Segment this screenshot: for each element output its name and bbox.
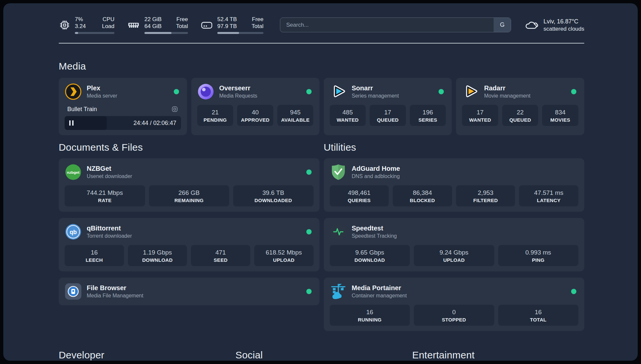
speedtest-icon <box>330 223 347 240</box>
app-subtitle: Torrent downloader <box>87 233 306 239</box>
app-name: File Browser <box>87 284 306 292</box>
disk-free-value: 52.4 TB <box>217 16 237 23</box>
section-title-developer: Developer <box>59 349 231 361</box>
app-subtitle: Usenet downloader <box>87 173 306 180</box>
card-nzbget[interactable]: nzbget NZBGet Usenet downloader 744.21 M… <box>59 158 320 212</box>
top-bar: 7% 3.24 CPU Load <box>59 16 584 34</box>
disk-icon <box>200 19 213 31</box>
status-dot <box>306 169 312 175</box>
stat-leech: 16 LEECH <box>65 245 124 266</box>
stat-seed: 471 SEED <box>191 245 250 266</box>
stat-rate: 744.21 Mbps RATE <box>65 185 145 206</box>
app-name: Overseerr <box>219 84 306 92</box>
playback-progress: 24:44 / 02:06:47 <box>65 116 181 130</box>
status-dot <box>306 229 312 234</box>
app-name: Plex <box>87 84 174 92</box>
app-subtitle: Movie management <box>484 93 571 99</box>
stat-queued: 17 QUEUED <box>370 105 406 126</box>
stat-latency: 47.571 ms LATENCY <box>519 185 578 206</box>
bookmarks-developer: Developer GH Github github.com SO StackO… <box>59 349 231 361</box>
disk-free-label: Free <box>252 16 263 23</box>
search-bar: G <box>280 17 511 32</box>
section-title-utilities: Utilities <box>324 142 585 153</box>
disk-total-value: 97.9 TB <box>217 23 237 30</box>
plex-icon <box>65 83 82 100</box>
memory-progress-bar <box>144 32 188 34</box>
portainer-icon <box>330 283 347 300</box>
cpu-load-label: Load <box>102 23 114 30</box>
section-documents: Documents & Files nzbget NZBGet U <box>59 142 320 305</box>
memory-free-value: 22 GiB <box>144 16 162 23</box>
cpu-widget: 7% 3.24 CPU Load <box>59 16 114 34</box>
memory-widget: 22 GiB 64 GiB Free Total <box>127 16 188 34</box>
weather-condition: scattered clouds <box>543 25 584 32</box>
now-playing-title: Bullet Train <box>67 106 97 113</box>
cpu-icon <box>59 19 71 31</box>
status-dot <box>439 89 444 94</box>
stat-blocked: 86,384 BLOCKED <box>393 185 452 206</box>
qbittorrent-icon: qb <box>65 223 82 240</box>
filebrowser-icon <box>65 283 82 300</box>
stat-stopped: 0 STOPPED <box>414 305 494 326</box>
section-title-documents: Documents & Files <box>59 142 320 153</box>
card-speedtest[interactable]: Speedtest Speedtest Tracking 9.65 Gbps D… <box>324 218 585 271</box>
cpu-label: CPU <box>102 16 114 23</box>
bookmarks-social: Social LI LinkedIn linkedin.com TW Twitt… <box>235 349 408 361</box>
stat-approved: 40 APPROVED <box>237 105 273 126</box>
stat-pending: 21 PENDING <box>197 105 233 126</box>
app-subtitle: DNS and adblocking <box>352 173 579 180</box>
section-title-entertainment: Entertainment <box>412 349 584 361</box>
gear-icon[interactable] <box>171 106 178 113</box>
card-qbittorrent[interactable]: qb qBittorrent Torrent downloader 16 LEE… <box>59 218 320 271</box>
app-name: Radarr <box>484 84 571 92</box>
status-dot <box>306 89 312 94</box>
status-dot <box>306 289 312 294</box>
stat-upload: 9.24 Gbps UPLOAD <box>414 245 494 266</box>
section-utilities: Utilities AdGuard Home <box>324 142 585 331</box>
app-name: Speedtest <box>352 224 579 232</box>
status-dot <box>571 289 576 294</box>
card-sonarr[interactable]: Sonarr Series management 485 WANTED 17 Q… <box>324 78 452 135</box>
weather-location-temp: Lviv, 16.87°C <box>543 18 584 25</box>
disk-widget: 52.4 TB 97.9 TB Free Total <box>200 16 263 34</box>
stat-remaining: 266 GB REMAINING <box>149 185 229 206</box>
card-filebrowser[interactable]: File Browser Media File Management <box>59 278 320 305</box>
search-provider-button[interactable]: G <box>494 18 511 32</box>
card-overseerr[interactable]: Overseerr Media Requests 21 PENDING 40 A… <box>191 78 320 135</box>
weather-widget: Lviv, 16.87°C scattered clouds <box>524 18 584 32</box>
card-radarr[interactable]: Radarr Movie management 17 WANTED 22 QUE… <box>456 78 584 135</box>
stat-total: 16 TOTAL <box>498 305 579 326</box>
app-name: Media Portainer <box>352 284 571 292</box>
card-plex[interactable]: Plex Media server Bullet Train <box>59 78 187 135</box>
cloud-icon <box>524 19 539 31</box>
svg-text:nzbget: nzbget <box>67 170 79 175</box>
app-subtitle: Series management <box>352 93 439 99</box>
playback-time: 24:44 / 02:06:47 <box>134 120 176 127</box>
card-adguard[interactable]: AdGuard Home DNS and adblocking 498,461 … <box>324 158 585 212</box>
topbar-divider <box>59 43 584 44</box>
bookmarks-entertainment: Entertainment YT YouTube youtube.com NF … <box>412 349 584 361</box>
svg-text:qb: qb <box>70 229 77 235</box>
memory-free-label: Free <box>176 16 188 23</box>
stat-wanted: 17 WANTED <box>462 105 498 126</box>
status-dot <box>174 89 179 94</box>
stat-downloaded: 39.6 TB DOWNLOADED <box>233 185 314 206</box>
stat-queries: 498,461 QUERIES <box>330 185 389 206</box>
app-subtitle: Media Requests <box>219 93 306 99</box>
stat-download: 1.19 Gbps DOWNLOAD <box>128 245 187 266</box>
stat-download: 9.65 Gbps DOWNLOAD <box>330 245 410 266</box>
radarr-icon <box>462 83 479 100</box>
cpu-usage-value: 7% <box>75 16 86 23</box>
card-portainer[interactable]: Media Portainer Container management 16 … <box>324 278 585 331</box>
search-input[interactable] <box>280 18 494 32</box>
dashboard-app: 7% 3.24 CPU Load <box>3 3 638 361</box>
section-title-social: Social <box>235 349 408 361</box>
sonarr-icon <box>330 83 347 100</box>
memory-total-label: Total <box>176 23 188 30</box>
adguard-icon <box>330 164 347 181</box>
section-media: Media Plex Media server <box>59 61 584 135</box>
dashboard-page: 7% 3.24 CPU Load <box>0 0 641 364</box>
nzbget-icon: nzbget <box>65 164 82 181</box>
app-subtitle: Speedtest Tracking <box>352 233 579 239</box>
status-dot <box>571 89 576 94</box>
